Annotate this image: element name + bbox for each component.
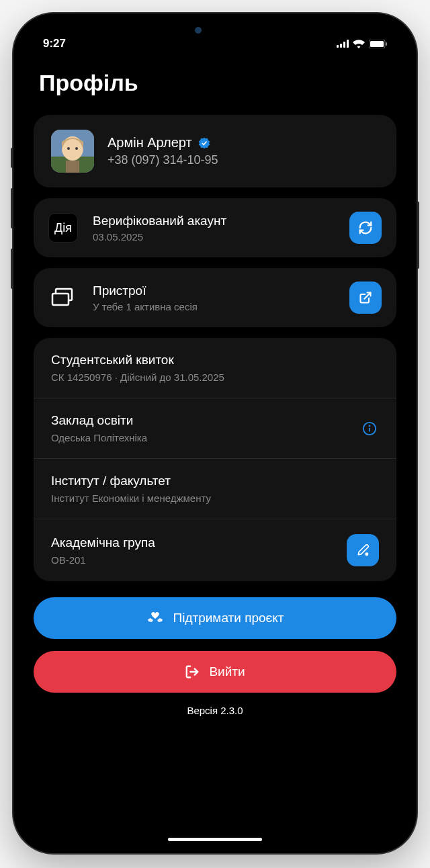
refresh-icon — [358, 220, 373, 235]
external-link-icon — [359, 291, 372, 304]
svg-rect-2 — [343, 42, 345, 48]
open-devices-button[interactable] — [349, 281, 382, 314]
svg-rect-5 — [370, 41, 384, 47]
profile-card[interactable]: Армін Арлерт +38 (097) 314-10-95 — [34, 115, 396, 187]
status-time: 9:27 — [43, 37, 66, 50]
svg-line-15 — [364, 293, 370, 299]
verified-title: Верифікований акаунт — [93, 214, 335, 228]
institution-value: Одеська Політехніка — [51, 432, 349, 443]
refresh-button[interactable] — [349, 212, 382, 244]
group-title: Академічна група — [51, 535, 336, 550]
faculty-value: Інститут Економіки і менеджменту — [51, 492, 379, 504]
student-info-card: Студентський квиток СК 14250976 · Дійсни… — [34, 338, 396, 581]
ticket-title: Студентський квиток — [51, 353, 379, 367]
institution-title: Заклад освіти — [51, 413, 349, 428]
svg-rect-0 — [337, 45, 339, 48]
hands-heart-icon — [146, 610, 164, 626]
svg-point-19 — [366, 553, 368, 555]
svg-rect-12 — [66, 161, 79, 173]
support-label: Підтримати проєкт — [173, 611, 284, 625]
logout-icon — [185, 664, 200, 679]
wifi-icon — [353, 40, 365, 48]
info-icon — [362, 421, 377, 436]
verified-badge-icon — [198, 136, 211, 150]
institution-row: Заклад освіти Одеська Політехніка — [34, 398, 396, 459]
profile-name: Армін Арлерт — [108, 135, 379, 150]
devices-subtitle: У тебе 1 активна сесія — [93, 301, 335, 312]
support-button[interactable]: Підтримати проєкт — [34, 597, 396, 639]
profile-phone: +38 (097) 314-10-95 — [108, 153, 379, 167]
svg-rect-14 — [52, 294, 69, 305]
devices-icon — [48, 283, 78, 312]
verified-account-row: Дія Верифікований акаунт 03.05.2025 — [34, 198, 396, 257]
institution-info-button[interactable] — [360, 419, 379, 438]
notch — [158, 20, 272, 42]
cellular-icon — [337, 40, 349, 48]
svg-rect-1 — [340, 44, 342, 48]
edit-group-button[interactable] — [347, 534, 379, 566]
battery-icon — [369, 40, 387, 48]
faculty-title: Інститут / факультет — [51, 474, 379, 488]
svg-point-10 — [67, 147, 70, 150]
group-value: ОВ-201 — [51, 554, 336, 566]
version-label: Версія 2.3.0 — [34, 705, 396, 716]
logout-label: Вийти — [209, 664, 245, 679]
student-ticket-row: Студентський квиток СК 14250976 · Дійсни… — [34, 338, 396, 398]
devices-title: Пристрої — [93, 284, 335, 298]
diia-icon: Дія — [48, 213, 78, 243]
edit-icon — [356, 544, 370, 557]
ticket-info: СК 14250976 · Дійсний до 31.05.2025 — [51, 372, 379, 383]
avatar — [51, 130, 94, 173]
devices-row: Пристрої У тебе 1 активна сесія — [34, 268, 396, 327]
svg-rect-3 — [347, 40, 349, 48]
verified-date: 03.05.2025 — [93, 231, 335, 243]
svg-rect-6 — [386, 42, 387, 46]
home-indicator[interactable] — [168, 838, 262, 841]
svg-point-11 — [75, 147, 78, 150]
group-row: Академічна група ОВ-201 — [34, 519, 396, 581]
page-title: Профіль — [34, 70, 396, 96]
svg-point-18 — [370, 425, 370, 426]
faculty-row: Інститут / факультет Інститут Економіки … — [34, 459, 396, 519]
logout-button[interactable]: Вийти — [34, 651, 396, 693]
phone-frame: 9:27 Профіль Армін Арлерт — [13, 13, 417, 853]
status-icons — [337, 40, 387, 48]
profile-name-text: Армін Арлерт — [108, 135, 192, 150]
